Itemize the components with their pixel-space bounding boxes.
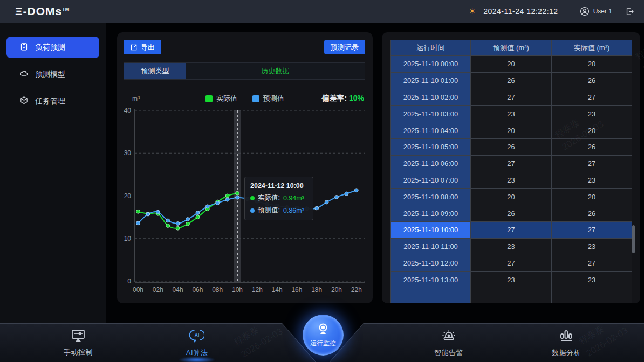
x-tick-label: 04h <box>173 286 183 294</box>
nav-item-3[interactable]: 智能告警 <box>416 329 481 358</box>
sidebar-item-2[interactable]: 任务管理 <box>6 90 99 112</box>
x-tick-label: 02h <box>153 286 163 294</box>
theme-sun-icon[interactable]: ☀ <box>469 6 476 16</box>
x-tick-label: 10h <box>232 286 243 294</box>
sidebar: 负荷预测预测模型任务管理 <box>0 23 106 323</box>
nav-item-4[interactable]: 数据分析 <box>534 329 599 358</box>
table-row[interactable]: 2025-11-10 09:002626 <box>391 205 632 222</box>
table-row[interactable]: 2025-11-10 00:002020 <box>391 56 632 73</box>
table-row[interactable]: 2025-11-10 03:002323 <box>391 106 632 122</box>
x-tick-label: 22h <box>351 286 362 294</box>
tooltip-title: 2024-11-12 10:00 <box>250 182 307 190</box>
ai-algorithm-icon: AI <box>189 329 204 345</box>
table-row[interactable]: 2025-11-10 02:002727 <box>391 89 632 106</box>
table-row[interactable]: 2025-11-10 12:002727 <box>391 255 632 272</box>
tab-forecast-type[interactable]: 预测类型 <box>124 63 186 79</box>
x-tick-label: 00h <box>133 286 143 294</box>
user-name: User 1 <box>593 8 612 15</box>
sidebar-item-1[interactable]: 预测模型 <box>6 64 99 85</box>
cloud-icon <box>19 69 29 80</box>
data-point[interactable] <box>236 196 239 199</box>
table-row[interactable]: 2025-11-10 04:002020 <box>391 122 632 139</box>
data-point[interactable] <box>236 191 239 195</box>
tab-history-data[interactable]: 历史数据 <box>186 63 365 79</box>
x-tick-label: 12h <box>252 286 263 294</box>
chart-tabbar: 预测类型 历史数据 <box>124 62 365 80</box>
datetime-display: 2024-11-24 12:22:12 <box>483 7 558 16</box>
table-row[interactable]: 2025-11-10 01:002626 <box>391 72 632 89</box>
app-logo: Ξ-DOMsTM <box>15 5 69 18</box>
data-point[interactable] <box>156 210 160 214</box>
forecast-record-button[interactable]: 预测记录 <box>324 40 365 54</box>
table-row-partial <box>391 288 632 303</box>
top-bar: Ξ-DOMsTM ☀ 2024-11-24 12:22:12 User 1 <box>0 0 644 23</box>
tooltip-row: 预测值:0.86m³ <box>250 206 307 215</box>
table-header-cell: 运行时间 <box>391 40 471 56</box>
x-tick-label: 06h <box>192 286 203 294</box>
cube-icon <box>19 96 29 107</box>
y-tick-label: 0 <box>127 277 131 285</box>
data-point[interactable] <box>196 211 200 215</box>
x-tick-label: 16h <box>291 286 302 294</box>
runtime-table-panel: 运行时间预测值 (m³)实际值 (m³) 2025-11-10 00:00202… <box>382 32 640 303</box>
y-tick-label: 30 <box>124 149 132 157</box>
table-row[interactable]: 2025-11-10 10:002727 <box>391 221 632 238</box>
data-point[interactable] <box>136 210 140 213</box>
nav-center-monitor-button[interactable]: 运行监控 <box>303 315 344 356</box>
export-icon <box>130 44 138 51</box>
runtime-table: 运行时间预测值 (m³)实际值 (m³) 2025-11-10 00:00202… <box>390 40 632 303</box>
x-tick-label: 14h <box>272 286 283 294</box>
user-icon <box>580 6 590 16</box>
nav-item-0[interactable]: 手动控制 <box>46 329 111 357</box>
manual-control-icon <box>71 329 86 344</box>
monitor-camera-icon <box>316 323 330 337</box>
y-tick-label: 20 <box>124 192 132 200</box>
data-point[interactable] <box>216 201 220 205</box>
data-point[interactable] <box>345 192 348 196</box>
x-tick-label: 08h <box>212 286 223 294</box>
table-row[interactable]: 2025-11-10 13:002323 <box>391 272 632 288</box>
app-root: Ξ-DOMsTM ☀ 2024-11-24 12:22:12 User 1 负荷… <box>0 0 644 362</box>
table-header-cell: 实际值 (m³) <box>552 40 632 56</box>
table-row[interactable]: 2025-11-10 08:002020 <box>391 189 632 205</box>
clipboard-check-icon <box>19 42 29 53</box>
chart-tooltip: 2024-11-12 10:00 实际值:0.94m³预测值:0.86m³ <box>244 177 313 220</box>
data-point[interactable] <box>335 195 339 199</box>
svg-text:AI: AI <box>195 332 200 338</box>
table-row[interactable]: 2025-11-10 05:002626 <box>391 138 632 155</box>
data-point[interactable] <box>225 198 229 201</box>
y-tick-label: 10 <box>124 235 132 242</box>
deviation-value: 10% <box>349 94 364 102</box>
y-tick-label: 40 <box>124 107 132 114</box>
nav-item-1[interactable]: AIAI算法 <box>165 329 229 358</box>
data-point[interactable] <box>166 224 170 227</box>
data-point[interactable] <box>146 212 150 216</box>
data-point[interactable] <box>315 206 319 210</box>
x-tick-label: 20h <box>331 286 342 294</box>
data-point[interactable] <box>186 222 190 226</box>
data-point[interactable] <box>176 226 180 230</box>
table-row[interactable]: 2025-11-10 11:002323 <box>391 238 632 255</box>
data-point[interactable] <box>186 218 190 221</box>
sidebar-item-0[interactable]: 负荷预测 <box>6 37 99 58</box>
table-row[interactable]: 2025-11-10 07:002323 <box>391 172 632 189</box>
active-glow <box>179 357 215 362</box>
data-point[interactable] <box>136 221 140 225</box>
table-header-cell: 预测值 (m³) <box>471 40 552 56</box>
data-point[interactable] <box>196 215 200 219</box>
tooltip-row: 实际值:0.94m³ <box>250 193 307 203</box>
data-point[interactable] <box>166 219 170 222</box>
data-point[interactable] <box>325 200 328 204</box>
user-menu[interactable]: User 1 <box>580 6 612 16</box>
data-analysis-icon <box>559 329 574 345</box>
data-point[interactable] <box>176 222 180 226</box>
data-point[interactable] <box>225 194 229 198</box>
table-scrollbar[interactable] <box>632 225 635 253</box>
table-row[interactable]: 2025-11-10 06:002727 <box>391 155 632 172</box>
export-button[interactable]: 导出 <box>124 40 161 54</box>
smart-alarm-icon <box>441 329 456 345</box>
logout-icon[interactable] <box>625 6 634 16</box>
data-point[interactable] <box>205 205 209 208</box>
data-point[interactable] <box>354 189 358 192</box>
forecast-chart-panel: 导出 预测记录 预测类型 历史数据 m³ 实际值预测值 偏差率: 10% 010… <box>117 32 373 303</box>
